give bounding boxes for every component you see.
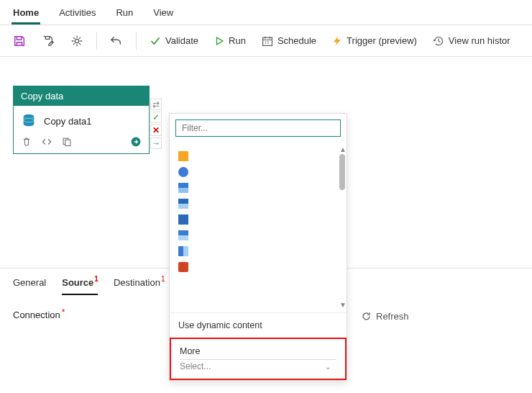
refresh-button[interactable]: Refresh: [361, 311, 409, 322]
error-badge: 1: [94, 275, 98, 283]
schedule-label: Schedule: [278, 35, 316, 46]
list-item[interactable]: [178, 262, 188, 272]
dropdown-list: ▲ ▼: [170, 143, 347, 312]
validate-button[interactable]: Validate: [144, 32, 204, 50]
scroll-thumb[interactable]: [339, 154, 345, 190]
copy-button[interactable]: [61, 136, 73, 148]
scroll-down-icon[interactable]: ▼: [339, 302, 345, 308]
activity-footer: [14, 133, 149, 153]
activity-body: Copy data1: [14, 106, 149, 133]
svg-point-2: [24, 114, 35, 119]
gear-icon: [70, 35, 83, 48]
tab-destination[interactable]: Destination1: [114, 277, 165, 295]
more-button[interactable]: More Select... ⌄: [170, 338, 347, 380]
history-label: View run histor: [449, 35, 510, 46]
validate-label: Validate: [165, 35, 198, 46]
forward-button[interactable]: →: [150, 137, 162, 149]
schedule-button[interactable]: Schedule: [256, 32, 322, 50]
list-item[interactable]: [178, 183, 188, 193]
trigger-button[interactable]: Trigger (preview): [326, 32, 423, 50]
activity-title: Copy data1: [44, 116, 92, 127]
refresh-label: Refresh: [376, 311, 409, 322]
tab-home[interactable]: Home: [12, 4, 40, 24]
canvas[interactable]: Copy data Copy data1 ⇄ ✓: [0, 57, 532, 266]
check-icon: [150, 35, 161, 47]
settings-button[interactable]: [65, 32, 89, 50]
trigger-label: Trigger (preview): [347, 35, 417, 46]
filter-input[interactable]: [175, 119, 341, 137]
scrollbar[interactable]: ▲ ▼: [339, 147, 345, 308]
svg-rect-5: [65, 140, 70, 145]
connection-label: Connection*: [13, 310, 63, 320]
activity-card[interactable]: Copy data Copy data1: [13, 86, 150, 154]
save-button[interactable]: [7, 32, 32, 50]
save-pencil-icon: [42, 35, 55, 48]
separator: [96, 32, 97, 50]
arrow-right-circle-icon: [130, 136, 142, 148]
list-item[interactable]: [178, 151, 188, 161]
activity-header: Copy data: [14, 86, 149, 106]
trash-icon: [22, 137, 32, 147]
list-item[interactable]: [178, 167, 188, 177]
swap-button[interactable]: ⇄: [150, 99, 162, 110]
node-action-bar: ⇄ ✓ ✕ →: [150, 99, 162, 149]
select-placeholder: Select...: [180, 361, 211, 371]
separator: [136, 32, 137, 50]
save-icon: [13, 35, 26, 48]
list-item[interactable]: [178, 230, 188, 240]
list-item[interactable]: [178, 199, 188, 209]
use-dynamic-content-button[interactable]: Use dynamic content: [170, 312, 347, 338]
database-icon: [21, 113, 37, 129]
toolbar: Validate Run Schedule Trigger (preview) …: [0, 25, 532, 57]
save-as-button[interactable]: [36, 32, 60, 50]
history-icon: [433, 35, 444, 47]
tab-view[interactable]: View: [152, 4, 175, 24]
required-icon: *: [62, 307, 65, 317]
main-tabs: Home Activities Run View: [0, 0, 532, 25]
tab-run[interactable]: Run: [114, 4, 134, 24]
play-icon: [214, 36, 224, 46]
next-button[interactable]: [130, 136, 142, 148]
list-item[interactable]: [178, 214, 188, 225]
tab-destination-label: Destination: [114, 277, 160, 288]
run-button[interactable]: Run: [208, 32, 252, 49]
undo-icon: [110, 35, 123, 48]
svg-point-0: [75, 39, 78, 42]
run-label: Run: [229, 35, 246, 46]
connection-label-text: Connection: [13, 310, 60, 320]
tab-source-label: Source: [62, 277, 93, 288]
lightning-icon: [332, 35, 342, 47]
more-label: More: [180, 346, 336, 356]
list-item[interactable]: [178, 246, 188, 256]
delete-button[interactable]: [21, 136, 32, 148]
scroll-up-icon[interactable]: ▲: [339, 147, 345, 153]
copy-icon: [62, 137, 72, 147]
connection-dropdown: ▲ ▼ Use dynamic content More Select... ⌄: [169, 113, 347, 381]
calendar-icon: [262, 35, 273, 47]
undo-button[interactable]: [104, 32, 129, 50]
check-button[interactable]: ✓: [150, 112, 162, 123]
code-icon: [41, 137, 52, 147]
error-badge: 1: [161, 275, 165, 283]
tab-source[interactable]: Source1: [62, 277, 98, 295]
tab-general[interactable]: General: [13, 277, 46, 295]
refresh-icon: [361, 311, 372, 322]
chevron-down-icon: ⌄: [325, 363, 331, 371]
tab-activities[interactable]: Activities: [58, 4, 97, 24]
history-button[interactable]: View run histor: [427, 32, 516, 50]
connection-row: Connection*: [13, 310, 63, 320]
code-button[interactable]: [41, 136, 52, 148]
close-button[interactable]: ✕: [150, 125, 162, 136]
